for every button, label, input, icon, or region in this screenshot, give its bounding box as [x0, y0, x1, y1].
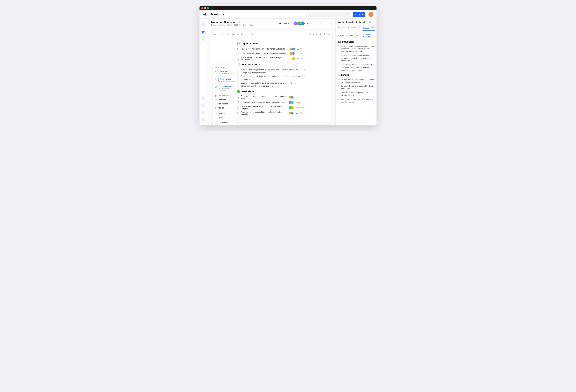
rail-item[interactable] — [201, 37, 205, 41]
panel-next-item[interactable]: We shall focus on building engagement an… — [338, 77, 374, 84]
panel-next-text: Assign tasks and follow up on action ite… — [341, 98, 374, 103]
radio-icon[interactable] — [237, 48, 239, 50]
document-icon — [338, 55, 340, 57]
document-icon — [338, 64, 340, 66]
menu-item-add-attachment[interactable]: Add attachment — [213, 94, 237, 98]
avatar-more[interactable]: +4 — [306, 21, 310, 26]
panel-note-item[interactable]: The campaign has generated good traction… — [338, 44, 374, 54]
left-rail — [200, 19, 207, 125]
avatar-group[interactable]: +4 — [293, 21, 310, 26]
menu-item-summarize[interactable]: SummarizeGet concise summary of writing — [213, 69, 237, 77]
pencil-emoji-icon: 📝 — [237, 42, 240, 45]
menu-item-find-action-items[interactable]: Find action itemsGet smart action sugges… — [213, 85, 237, 92]
menu-label: Comment — [218, 99, 235, 101]
menu-item-add-reaction[interactable]: Add reaction — [213, 102, 237, 106]
task-row[interactable]: Explore new creative approaches to stand… — [237, 105, 305, 110]
panel-tabs: Recording TranscriptBeta AI SummaryBeta — [338, 25, 374, 31]
tab-ai-summary[interactable]: AI SummaryBeta — [363, 25, 375, 31]
note-item[interactable]: Several competitors have launched simila… — [241, 81, 305, 88]
search-input[interactable] — [305, 12, 350, 17]
copy-icon — [215, 112, 217, 115]
current-user-avatar[interactable] — [368, 12, 374, 17]
rail-item[interactable] — [201, 96, 205, 100]
task-text: Explore new creative approaches to stand… — [241, 105, 288, 110]
app-logo[interactable] — [202, 13, 206, 16]
menu-sublabel: Get smart action suggestions — [218, 88, 235, 91]
menu-icon — [215, 70, 217, 73]
more-icon[interactable]: ⋯ — [328, 33, 330, 36]
menu-item-view-details[interactable]: View details — [213, 121, 237, 125]
expand-panel-icon[interactable] — [369, 21, 371, 24]
checkbox-icon[interactable] — [227, 33, 230, 36]
agenda-row[interactable]: Review of current campaign performance a… — [237, 47, 305, 51]
menu-item-comment[interactable]: Comment — [213, 98, 237, 102]
note-item[interactable]: The campaign has generated good traction… — [241, 68, 305, 74]
chevron-right-icon: › — [208, 13, 209, 16]
panel-next-item[interactable]: Assign tasks and follow up on action ite… — [338, 97, 374, 104]
task-row[interactable]: Focus on building engagement and increas… — [237, 94, 305, 100]
invite-button[interactable]: Invite — [312, 21, 324, 26]
radio-icon[interactable] — [237, 53, 239, 55]
plus-icon: + — [355, 13, 356, 16]
more-icon[interactable]: ⋯ — [237, 21, 240, 24]
close-window-icon[interactable] — [201, 7, 203, 9]
note-item[interactable]: Email open rates have been declining, in… — [241, 74, 305, 81]
minimize-window-icon[interactable] — [204, 7, 206, 9]
join-call-button[interactable]: Join call — [277, 21, 291, 26]
task-row[interactable]: Conduct A/B testing on email subject lin… — [237, 100, 305, 105]
chevron-down-icon[interactable]: ▾ — [251, 33, 254, 36]
tag-icon — [215, 107, 217, 109]
checkbox[interactable] — [237, 112, 239, 114]
task-row[interactable]: Develop a list of potential target audie… — [237, 110, 305, 116]
rail-item[interactable] — [201, 118, 205, 122]
list-icon[interactable] — [223, 33, 225, 36]
tab-transcript[interactable]: TranscriptBeta — [348, 25, 360, 31]
menu-item-add-tag[interactable]: Add tag — [213, 106, 237, 110]
close-panel-icon[interactable]: ✕ — [373, 21, 374, 24]
rail-item[interactable] — [201, 103, 205, 108]
panel-next-text: We shall focus on building engagement an… — [341, 78, 374, 83]
create-button[interactable]: + Create — [353, 12, 365, 17]
svg-rect-28 — [338, 85, 339, 87]
template-icon[interactable] — [323, 33, 326, 36]
plus-icon[interactable]: + — [247, 33, 250, 36]
branch-icon[interactable] — [236, 33, 239, 36]
panel-note-item[interactable]: Email open rates have been declining, in… — [338, 54, 374, 63]
agenda-text: Review of current campaign performance a… — [241, 48, 290, 50]
breadcrumb-title[interactable]: Meetings — [211, 13, 224, 16]
star-icon[interactable]: ☆ — [241, 21, 243, 24]
menu-item-enhance-writing[interactable]: Enhance writingGet ahead with enhanced w… — [213, 77, 237, 85]
sparkle-icon — [357, 35, 358, 36]
notes-heading: 🗒️ Insightful notes — [237, 63, 305, 66]
maximize-window-icon[interactable] — [207, 7, 209, 9]
panel-next-item[interactable]: Explore new creative approaches to stand… — [338, 91, 374, 97]
document-toolbar: Add: + ▾ (6) — [210, 31, 332, 37]
expand-icon[interactable]: ⤢ — [234, 67, 235, 69]
agenda-row[interactable]: Brainstorming of new ideas to improve ca… — [237, 56, 305, 61]
rail-meetings-icon[interactable] — [201, 30, 205, 34]
rail-item[interactable] — [201, 22, 205, 27]
check-icon — [338, 85, 340, 87]
attachment-count[interactable]: (10) — [316, 33, 321, 35]
checkbox[interactable] — [237, 101, 239, 103]
image-icon[interactable] — [231, 33, 234, 36]
panel-note-item[interactable]: Several competitors have launched simila… — [338, 63, 374, 72]
rail-item[interactable] — [201, 111, 205, 115]
chat-icon[interactable] — [326, 21, 332, 26]
menu-item-delete[interactable]: Delete — [213, 115, 237, 120]
agenda-row[interactable]: Discussion of challenges faced and poten… — [237, 51, 305, 56]
checkbox[interactable] — [237, 107, 239, 109]
radio-icon[interactable] — [237, 58, 239, 60]
svg-rect-2 — [202, 30, 204, 31]
paperclip-icon[interactable] — [240, 33, 243, 36]
text-icon[interactable] — [218, 33, 221, 36]
menu-item-duplicate[interactable]: Duplicate — [213, 111, 237, 115]
regenerate-button[interactable]: Regenerate summary — [357, 33, 374, 38]
panel-note-text: The campaign has generated good traction… — [341, 45, 374, 53]
branch-icon — [237, 96, 239, 98]
tab-recording[interactable]: Recording — [338, 25, 346, 31]
panel-next-item[interactable]: Conduct A/B testing on email subject lin… — [338, 84, 374, 91]
checklist-count[interactable]: (6) — [309, 33, 314, 35]
next-steps-heading: ✅ Next steps — [237, 90, 305, 93]
add-all-to-notes-button[interactable]: Add all to notes — [338, 33, 355, 38]
